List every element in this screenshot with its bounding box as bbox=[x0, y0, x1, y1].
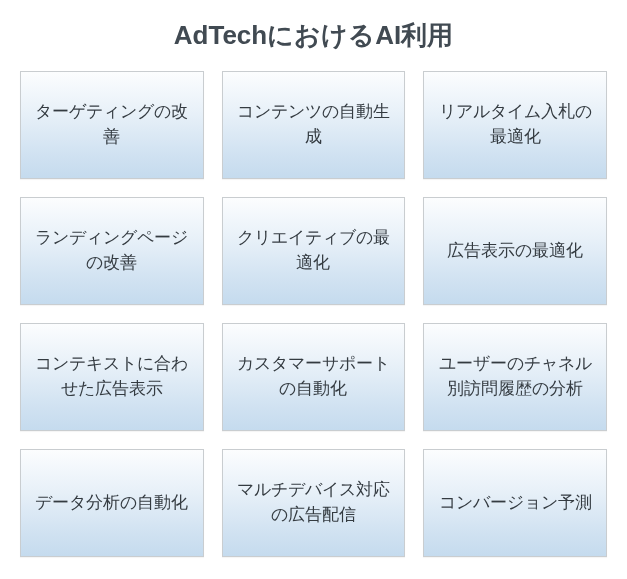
tile-item: ユーザーのチャネル別訪問履歴の分析 bbox=[423, 323, 607, 431]
tile-item: マルチデバイス対応の広告配信 bbox=[222, 449, 406, 557]
tile-item: 広告表示の最適化 bbox=[423, 197, 607, 305]
tile-item: ターゲティングの改善 bbox=[20, 71, 204, 179]
tile-item: コンバージョン予測 bbox=[423, 449, 607, 557]
tile-item: クリエイティブの最適化 bbox=[222, 197, 406, 305]
page-title: AdTechにおけるAI利用 bbox=[20, 18, 607, 53]
tile-item: カスタマーサポートの自動化 bbox=[222, 323, 406, 431]
tile-item: ランディングページの改善 bbox=[20, 197, 204, 305]
tile-item: コンテンツの自動生成 bbox=[222, 71, 406, 179]
tile-item: データ分析の自動化 bbox=[20, 449, 204, 557]
tile-grid: ターゲティングの改善 コンテンツの自動生成 リアルタイム入札の最適化 ランディン… bbox=[20, 71, 607, 557]
tile-item: コンテキストに合わせた広告表示 bbox=[20, 323, 204, 431]
tile-item: リアルタイム入札の最適化 bbox=[423, 71, 607, 179]
